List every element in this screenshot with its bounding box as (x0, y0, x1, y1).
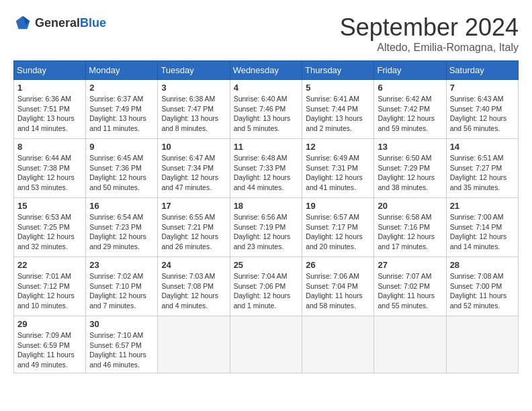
calendar-table: Sunday Monday Tuesday Wednesday Thursday… (13, 60, 519, 373)
col-wednesday: Wednesday (230, 61, 302, 80)
day-info: Sunrise: 6:41 AM Sunset: 7:44 PM Dayligh… (306, 94, 370, 134)
day-info: Sunrise: 7:10 AM Sunset: 6:57 PM Dayligh… (89, 330, 154, 370)
logo-text-general: General (35, 16, 80, 30)
day-info: Sunrise: 7:07 AM Sunset: 7:02 PM Dayligh… (378, 271, 442, 311)
table-row (446, 316, 518, 373)
table-row: 26 Sunrise: 7:06 AM Sunset: 7:04 PM Dayl… (302, 257, 374, 316)
table-row: 7 Sunrise: 6:43 AM Sunset: 7:40 PM Dayli… (446, 80, 518, 139)
table-row: 11 Sunrise: 6:48 AM Sunset: 7:33 PM Dayl… (230, 139, 302, 198)
table-row: 20 Sunrise: 6:58 AM Sunset: 7:16 PM Dayl… (374, 198, 446, 257)
calendar-week-row: 22 Sunrise: 7:01 AM Sunset: 7:12 PM Dayl… (14, 257, 519, 316)
table-row: 30 Sunrise: 7:10 AM Sunset: 6:57 PM Dayl… (86, 316, 158, 373)
calendar-week-row: 8 Sunrise: 6:44 AM Sunset: 7:38 PM Dayli… (14, 139, 519, 198)
table-row: 25 Sunrise: 7:04 AM Sunset: 7:06 PM Dayl… (230, 257, 302, 316)
table-row: 2 Sunrise: 6:37 AM Sunset: 7:49 PM Dayli… (86, 80, 158, 139)
calendar-week-row: 15 Sunrise: 6:53 AM Sunset: 7:25 PM Dayl… (14, 198, 519, 257)
day-number: 21 (450, 201, 515, 211)
col-sunday: Sunday (14, 61, 86, 80)
day-number: 19 (306, 201, 370, 211)
day-info: Sunrise: 6:45 AM Sunset: 7:36 PM Dayligh… (89, 153, 154, 193)
day-number: 10 (161, 142, 226, 152)
col-friday: Friday (374, 61, 446, 80)
calendar-header-row: Sunday Monday Tuesday Wednesday Thursday… (14, 61, 519, 80)
table-row: 16 Sunrise: 6:54 AM Sunset: 7:23 PM Dayl… (86, 198, 158, 257)
day-info: Sunrise: 7:02 AM Sunset: 7:10 PM Dayligh… (89, 271, 154, 311)
table-row: 13 Sunrise: 6:50 AM Sunset: 7:29 PM Dayl… (374, 139, 446, 198)
day-info: Sunrise: 6:55 AM Sunset: 7:21 PM Dayligh… (161, 212, 226, 252)
day-info: Sunrise: 7:08 AM Sunset: 7:00 PM Dayligh… (450, 271, 515, 311)
table-row (230, 316, 302, 373)
logo: GeneralBlue (13, 13, 106, 32)
day-info: Sunrise: 6:43 AM Sunset: 7:40 PM Dayligh… (450, 94, 515, 134)
day-number: 7 (450, 83, 515, 93)
logo-text-blue: Blue (80, 16, 106, 30)
day-number: 17 (161, 201, 226, 211)
calendar-week-row: 1 Sunrise: 6:36 AM Sunset: 7:51 PM Dayli… (14, 80, 519, 139)
table-row: 18 Sunrise: 6:56 AM Sunset: 7:19 PM Dayl… (230, 198, 302, 257)
day-number: 22 (17, 260, 82, 270)
table-row (374, 316, 446, 373)
day-number: 26 (306, 260, 370, 270)
day-number: 5 (306, 83, 370, 93)
table-row (302, 316, 374, 373)
day-number: 24 (161, 260, 226, 270)
day-number: 29 (17, 319, 82, 329)
table-row: 5 Sunrise: 6:41 AM Sunset: 7:44 PM Dayli… (302, 80, 374, 139)
day-number: 13 (378, 142, 442, 152)
day-info: Sunrise: 6:58 AM Sunset: 7:16 PM Dayligh… (378, 212, 442, 252)
table-row: 15 Sunrise: 6:53 AM Sunset: 7:25 PM Dayl… (14, 198, 86, 257)
day-number: 9 (89, 142, 154, 152)
day-info: Sunrise: 6:48 AM Sunset: 7:33 PM Dayligh… (234, 153, 299, 193)
day-info: Sunrise: 7:01 AM Sunset: 7:12 PM Dayligh… (17, 271, 82, 311)
day-info: Sunrise: 7:03 AM Sunset: 7:08 PM Dayligh… (161, 271, 226, 311)
col-saturday: Saturday (446, 61, 518, 80)
day-number: 8 (17, 142, 82, 152)
table-row: 8 Sunrise: 6:44 AM Sunset: 7:38 PM Dayli… (14, 139, 86, 198)
title-month: September 2024 (340, 13, 519, 42)
table-row: 24 Sunrise: 7:03 AM Sunset: 7:08 PM Dayl… (158, 257, 230, 316)
day-number: 2 (89, 83, 154, 93)
table-row: 28 Sunrise: 7:08 AM Sunset: 7:00 PM Dayl… (446, 257, 518, 316)
table-row: 14 Sunrise: 6:51 AM Sunset: 7:27 PM Dayl… (446, 139, 518, 198)
table-row: 17 Sunrise: 6:55 AM Sunset: 7:21 PM Dayl… (158, 198, 230, 257)
day-number: 23 (89, 260, 154, 270)
day-info: Sunrise: 6:56 AM Sunset: 7:19 PM Dayligh… (234, 212, 299, 252)
day-number: 30 (89, 319, 154, 329)
col-monday: Monday (86, 61, 158, 80)
day-info: Sunrise: 6:53 AM Sunset: 7:25 PM Dayligh… (17, 212, 82, 252)
day-info: Sunrise: 6:42 AM Sunset: 7:42 PM Dayligh… (378, 94, 442, 134)
day-info: Sunrise: 6:54 AM Sunset: 7:23 PM Dayligh… (89, 212, 154, 252)
day-number: 6 (378, 83, 442, 93)
table-row (158, 316, 230, 373)
table-row: 4 Sunrise: 6:40 AM Sunset: 7:46 PM Dayli… (230, 80, 302, 139)
day-number: 27 (378, 260, 442, 270)
col-thursday: Thursday (302, 61, 374, 80)
table-row: 29 Sunrise: 7:09 AM Sunset: 6:59 PM Dayl… (14, 316, 86, 373)
day-number: 4 (234, 83, 299, 93)
day-info: Sunrise: 6:37 AM Sunset: 7:49 PM Dayligh… (89, 94, 154, 134)
day-info: Sunrise: 6:47 AM Sunset: 7:34 PM Dayligh… (161, 153, 226, 193)
table-row: 27 Sunrise: 7:07 AM Sunset: 7:02 PM Dayl… (374, 257, 446, 316)
day-number: 15 (17, 201, 82, 211)
table-row: 23 Sunrise: 7:02 AM Sunset: 7:10 PM Dayl… (86, 257, 158, 316)
day-info: Sunrise: 7:06 AM Sunset: 7:04 PM Dayligh… (306, 271, 370, 311)
day-info: Sunrise: 6:38 AM Sunset: 7:47 PM Dayligh… (161, 94, 226, 134)
table-row: 21 Sunrise: 7:00 AM Sunset: 7:14 PM Dayl… (446, 198, 518, 257)
day-number: 16 (89, 201, 154, 211)
page-header: GeneralBlue September 2024 Altedo, Emili… (13, 13, 519, 54)
day-number: 20 (378, 201, 442, 211)
day-info: Sunrise: 7:04 AM Sunset: 7:06 PM Dayligh… (234, 271, 299, 311)
day-number: 28 (450, 260, 515, 270)
table-row: 12 Sunrise: 6:49 AM Sunset: 7:31 PM Dayl… (302, 139, 374, 198)
day-info: Sunrise: 6:36 AM Sunset: 7:51 PM Dayligh… (17, 94, 82, 134)
day-info: Sunrise: 7:09 AM Sunset: 6:59 PM Dayligh… (17, 330, 82, 370)
day-info: Sunrise: 7:00 AM Sunset: 7:14 PM Dayligh… (450, 212, 515, 252)
title-block: September 2024 Altedo, Emilia-Romagna, I… (340, 13, 519, 54)
day-info: Sunrise: 6:44 AM Sunset: 7:38 PM Dayligh… (17, 153, 82, 193)
table-row: 1 Sunrise: 6:36 AM Sunset: 7:51 PM Dayli… (14, 80, 86, 139)
table-row: 22 Sunrise: 7:01 AM Sunset: 7:12 PM Dayl… (14, 257, 86, 316)
day-number: 12 (306, 142, 370, 152)
table-row: 10 Sunrise: 6:47 AM Sunset: 7:34 PM Dayl… (158, 139, 230, 198)
day-info: Sunrise: 6:50 AM Sunset: 7:29 PM Dayligh… (378, 153, 442, 193)
day-info: Sunrise: 6:40 AM Sunset: 7:46 PM Dayligh… (234, 94, 299, 134)
